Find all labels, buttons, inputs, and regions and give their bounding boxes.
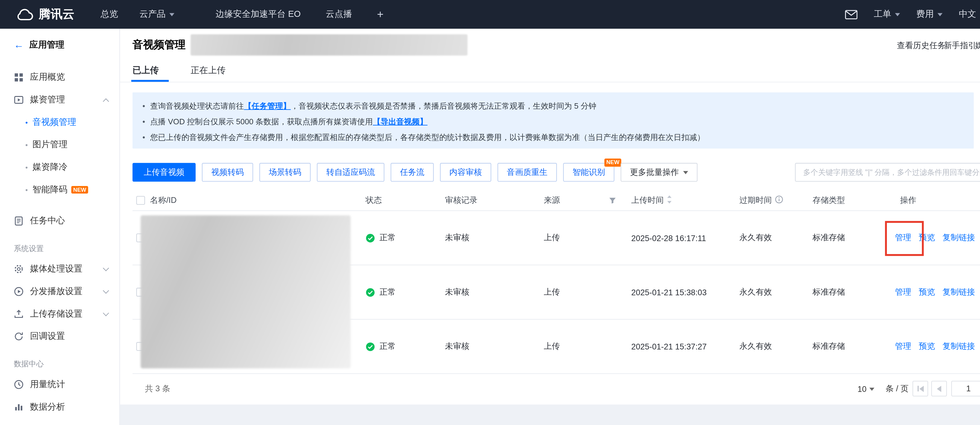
nav-language[interactable]: 中文 [959, 9, 976, 20]
sidebar-item-label: 智能降码 [33, 184, 67, 195]
main-content: 音视频管理 查看历史任务 新手指引 媒 已上传 正在上传 • 查询音视频处理状态… [120, 29, 980, 425]
sidebar-group-media-assets[interactable]: 媒资管理 [0, 89, 119, 111]
sidebar-item-smart-bitrate[interactable]: 智能降码 NEW [0, 179, 119, 201]
sort-arrows-icon[interactable] [667, 195, 672, 205]
sidebar-item-upload-storage[interactable]: 上传存储设置 [0, 303, 119, 325]
notice-text: 您已上传的音视频文件会产生存储费用，根据您配置相应的存储类型后，各存储类型的统计… [150, 130, 705, 145]
refresh-loop-icon [14, 331, 24, 341]
scene-transcode-button[interactable]: 场景转码 [259, 163, 311, 181]
sidebar-item-usage-stats[interactable]: 用量统计 [0, 373, 119, 396]
col-upload-time-label: 上传时间 [632, 194, 664, 206]
more-batch-actions-button[interactable]: 更多批量操作 [620, 163, 697, 181]
manage-link[interactable]: 管理 [895, 287, 911, 298]
sidebar-section-system-settings: 系统设置 [0, 232, 119, 258]
top-tab-vod[interactable]: 云点播 [326, 9, 352, 20]
page-size-select[interactable]: 10 [858, 374, 875, 404]
info-notice: • 查询音视频处理状态请前往【任务管理】，音视频状态仅表示音视频是否禁播，禁播后… [133, 92, 974, 149]
filter-funnel-icon[interactable] [609, 190, 616, 210]
adaptive-bitrate-button[interactable]: 转自适应码流 [317, 163, 385, 181]
preview-link[interactable]: 预览 [919, 341, 935, 352]
nav-tickets[interactable]: 工单 [873, 9, 900, 20]
tencent-cloud-logo-icon [16, 8, 34, 21]
info-circle-icon[interactable] [775, 195, 783, 205]
video-icon [14, 95, 24, 105]
view-history-tasks-link[interactable]: 查看历史任务 [897, 40, 946, 51]
expire-value: 永久有效 [740, 265, 772, 319]
sidebar-section-data-center: 数据中心 [0, 348, 119, 373]
per-page-label: 条 / 页 [886, 374, 908, 404]
page-number-input[interactable]: 1 [951, 381, 980, 396]
annotation-highlight-box [885, 221, 924, 256]
manage-link[interactable]: 管理 [895, 341, 911, 352]
sidebar-menu: 应用概览 媒资管理 音视频管理 图片管理 媒资降冷 智能降码 NE [0, 66, 119, 419]
av-quality-remaster-button[interactable]: 音画质重生 [498, 163, 557, 181]
source-value: 上传 [544, 320, 560, 373]
tencent-cloud-console: 腾讯云 总览 云产品 边缘安全加速平台 EO 云点播 + 工 [0, 0, 980, 425]
check-circle-icon [366, 233, 375, 243]
col-review-record: 审核记录 [445, 190, 478, 210]
sidebar-group-label: 媒资管理 [30, 94, 65, 105]
select-all-checkbox[interactable] [136, 196, 145, 205]
sidebar-item-media-cooling[interactable]: 媒资降冷 [0, 156, 119, 179]
prev-page-button[interactable] [931, 381, 947, 396]
sidebar-item-distribution-playback[interactable]: 分发播放设置 [0, 280, 119, 303]
top-tab-eo[interactable]: 边缘安全加速平台 EO [216, 9, 301, 20]
search-input[interactable] [802, 167, 980, 177]
sidebar-item-overview[interactable]: 应用概览 [0, 66, 119, 89]
content-tabs: 已上传 正在上传 [120, 60, 980, 82]
source-value: 上传 [544, 211, 560, 265]
copy-link-link[interactable]: 复制链接 [943, 232, 975, 244]
col-expire-time-label: 过期时间 [740, 194, 772, 206]
sidebar-item-label: 回调设置 [30, 331, 65, 342]
notice-text: 查询音视频处理状态请前往 [150, 102, 244, 111]
clipped-link[interactable]: 媒 [975, 40, 980, 51]
sidebar: ← 应用管理 应用概览 媒资管理 音视频管理 [0, 29, 120, 425]
content-audit-button[interactable]: 内容审核 [440, 163, 491, 181]
nav-cloud-products[interactable]: 云产品 [140, 9, 175, 20]
expire-value: 永久有效 [740, 320, 772, 373]
nav-overview[interactable]: 总览 [101, 9, 118, 20]
mail-icon[interactable] [845, 10, 858, 19]
video-transcode-button[interactable]: 视频转码 [202, 163, 253, 181]
col-storage-type: 存储类型 [813, 190, 845, 210]
preview-link[interactable]: 预览 [919, 287, 935, 298]
notice-text: ，音视频状态仅表示音视频是否禁播，禁播后音视频将无法正常观看，生效时间为 5 分… [291, 102, 597, 111]
upload-time-value: 2025-01-21 15:38:03 [632, 265, 707, 319]
beginner-guide-link[interactable]: 新手指引 [944, 40, 976, 51]
upload-time-value: 2025-01-21 15:37:27 [632, 320, 707, 373]
copy-link-link[interactable]: 复制链接 [943, 341, 975, 352]
notice-line: • 您已上传的音视频文件会产生存储费用，根据您配置相应的存储类型后，各存储类型的… [143, 130, 964, 145]
brand-logo[interactable]: 腾讯云 [16, 6, 75, 22]
sidebar-item-media-processing[interactable]: 媒体处理设置 [0, 258, 119, 281]
notice-line: • 点播 VOD 控制台仅展示 5000 条数据，获取点播所有媒资请使用【导出音… [143, 114, 964, 130]
smart-recognition-button[interactable]: 智能识别 NEW [563, 163, 614, 181]
chevron-down-icon [169, 13, 175, 16]
first-page-button[interactable] [913, 381, 928, 396]
sidebar-item-callback-settings[interactable]: 回调设置 [0, 325, 119, 348]
sidebar-item-data-analysis[interactable]: 数据分析 [0, 396, 119, 419]
bullet-icon: • [143, 130, 145, 145]
copy-link-link[interactable]: 复制链接 [943, 287, 975, 298]
tab-uploading[interactable]: 正在上传 [191, 60, 226, 82]
task-management-link[interactable]: 【任务管理】 [244, 102, 291, 111]
tab-uploaded[interactable]: 已上传 [133, 60, 159, 82]
task-flow-button[interactable]: 任务流 [391, 163, 434, 181]
sidebar-item-image-management[interactable]: 图片管理 [0, 134, 119, 156]
back-to-app-management[interactable]: ← 应用管理 [0, 29, 119, 61]
media-table: 名称/ID 状态 审核记录 来源 上传时间 过期时间 [133, 190, 980, 404]
nav-billing[interactable]: 费用 [916, 9, 942, 20]
redacted-title-blur [191, 34, 468, 56]
storage-value: 标准存储 [813, 265, 845, 319]
col-status: 状态 [366, 190, 382, 210]
upload-av-button[interactable]: 上传音视频 [133, 163, 196, 181]
bullet-icon: • [143, 114, 145, 130]
bullet-icon: • [143, 99, 145, 114]
chevron-down-icon [870, 387, 875, 390]
sidebar-item-task-center[interactable]: 任务中心 [0, 210, 119, 232]
add-tab-button[interactable]: + [377, 8, 383, 21]
back-label: 应用管理 [29, 40, 64, 51]
export-av-link[interactable]: 【导出音视频】 [373, 117, 427, 126]
sidebar-item-av-management[interactable]: 音视频管理 [0, 111, 119, 134]
sidebar-item-label: 数据分析 [30, 401, 65, 413]
new-badge: NEW [71, 186, 88, 194]
